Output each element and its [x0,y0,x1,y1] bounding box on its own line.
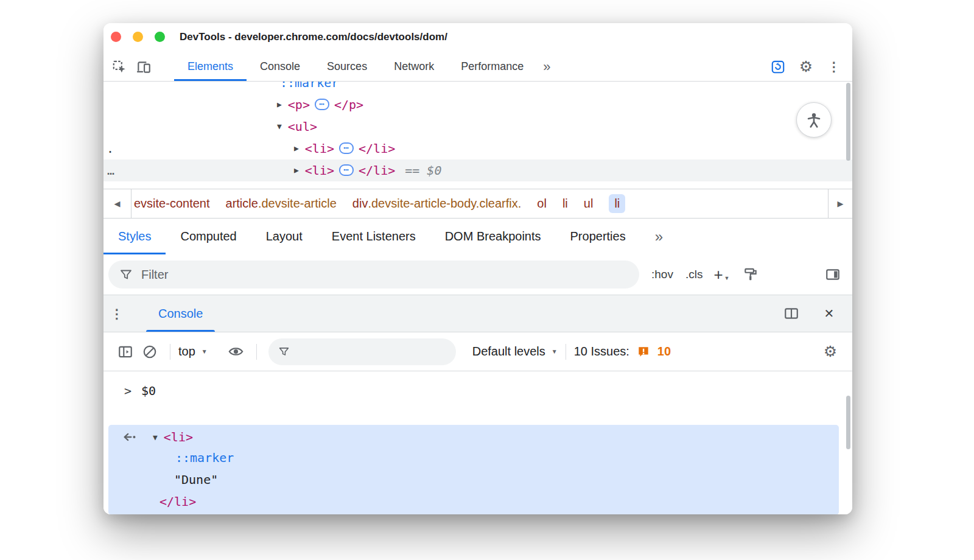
tab-layout[interactable]: Layout [251,219,317,254]
close-window-button[interactable] [111,32,121,42]
accessibility-overlay-button[interactable] [796,102,832,138]
toolbar-right-controls: ⚙ ⋮ [766,52,846,81]
filter-funnel-icon [278,345,290,358]
tree-row-ul[interactable]: ▼<ul> [277,116,317,138]
breadcrumb-item-div[interactable]: div.devsite-article-body.clearfix. [352,197,522,211]
tree-row-li-1[interactable]: ▶<li>⋯</li> [294,138,395,159]
vertical-scrollbar[interactable] [846,83,850,161]
expand-ellipsis-button[interactable]: ⋯ [339,164,354,176]
divider [256,344,257,360]
dollar-zero-annotation: == $0 [405,163,441,178]
tab-dom-breakpoints[interactable]: DOM Breakpoints [430,219,556,254]
accessibility-person-icon [803,109,825,131]
tree-row-p[interactable]: ▶<p>⋯</p> [277,94,363,116]
clipped-text-fragment: . [107,138,114,159]
zoom-window-button[interactable] [155,32,165,42]
panel-tabs: Elements Console Sources Network Perform… [174,52,556,81]
live-expression-eye-icon[interactable] [224,343,248,360]
divider [170,344,170,360]
tab-performance[interactable]: Performance [447,52,537,81]
console-settings-gear-icon[interactable]: ⚙ [818,344,843,359]
minimize-window-button[interactable] [133,32,143,42]
breadcrumb-item-ul[interactable]: ul [584,197,594,211]
settings-gear-icon[interactable]: ⚙ [794,59,818,74]
tab-event-listeners[interactable]: Event Listeners [317,219,430,254]
context-selector[interactable]: top ▼ [178,345,208,359]
result-node-text[interactable]: "Dune" [108,469,839,491]
tag-close-li: </li> [359,141,395,156]
breadcrumb-item-ol[interactable]: ol [537,197,547,211]
console-result-selected[interactable]: ▼ <li> ::marker "Dune" </li> [108,425,839,514]
expand-ellipsis-button[interactable]: ⋯ [339,142,354,154]
styles-filter-toolbar: :hov .cls + ▼ [103,254,852,295]
tab-properties[interactable]: Properties [556,219,640,254]
breadcrumb-item-li-selected[interactable]: li [609,194,625,213]
traffic-lights [111,32,165,42]
kebab-menu-icon[interactable]: ⋮ [822,60,846,73]
result-node-li-close: </li> [108,491,839,513]
vertical-scrollbar[interactable] [846,396,850,449]
drawer-controls: ✕ [779,295,852,332]
chevron-down-icon: ▼ [724,275,730,281]
clear-console-icon[interactable] [138,344,162,360]
filter-funnel-icon [119,268,133,281]
result-node-marker[interactable]: ::marker [108,447,839,469]
tree-node-marker-clipped[interactable]: ::marker [280,82,338,92]
sidebar-pane-tabs: Styles Computed Layout Event Listeners D… [103,219,852,254]
tab-sources[interactable]: Sources [314,52,380,81]
styles-filter-box[interactable] [108,261,639,289]
clipped-text-fragment: … [107,159,114,181]
chevron-down-icon: ▼ [201,348,208,355]
sync-icon[interactable] [766,59,790,75]
collapse-arrow-icon[interactable]: ▼ [153,433,158,442]
drawer-kebab-menu-icon[interactable]: ⋮ [103,295,130,332]
console-filter-input[interactable] [297,345,446,359]
new-style-rule-button[interactable]: + ▼ [713,265,729,284]
divider [566,344,566,360]
tab-styles[interactable]: Styles [103,219,166,254]
toggle-hover-state-button[interactable]: :hov [651,268,673,281]
split-panel-icon[interactable] [779,306,804,321]
more-panels-icon[interactable]: » [537,52,556,81]
more-tabs-icon[interactable]: » [649,219,669,254]
tag-open-ul: <ul> [288,119,317,134]
console-messages: > $0 ▼ <li> ::marker "Dune" </li> [103,371,852,514]
issues-counter[interactable]: 10 Issues: 10 [574,345,671,359]
inspect-element-icon[interactable] [107,52,131,81]
breadcrumb-item-devsite-content[interactable]: evsite-content [134,197,210,211]
expand-arrow-icon[interactable]: ▶ [277,100,282,109]
rendering-emulation-icon[interactable] [738,267,763,282]
tab-console[interactable]: Console [247,52,314,81]
breadcrumb-items: evsite-content article.devsite-article d… [131,189,625,218]
elements-dom-tree: ::marker ▶<p>⋯</p> ▼<ul> ▶<li>⋯</li> ▶<l… [103,82,852,189]
collapse-arrow-icon[interactable]: ▼ [277,122,282,131]
toggle-class-button[interactable]: .cls [685,268,703,281]
breadcrumb-scroll-right-icon[interactable]: ▶ [828,189,852,218]
dock-sidebar-icon[interactable] [821,267,845,282]
tag-open-li: <li> [305,141,334,156]
console-filter-box[interactable] [268,338,456,365]
console-sidebar-icon[interactable] [113,344,138,360]
result-node-li[interactable]: ▼ <li> [108,425,839,447]
console-result-arrow-icon [122,432,137,442]
breadcrumb-scroll-left-icon[interactable]: ◀ [103,189,131,218]
tab-elements[interactable]: Elements [174,52,247,81]
breadcrumb-item-article[interactable]: article.devsite-article [226,197,337,211]
window-title: DevTools - developer.chrome.com/docs/dev… [180,31,447,43]
log-level-selector[interactable]: Default levels ▼ [472,345,558,359]
prompt-chevron-icon: > [124,383,131,398]
close-drawer-icon[interactable]: ✕ [817,306,841,321]
tab-network[interactable]: Network [380,52,447,81]
device-toolbar-icon[interactable] [131,52,156,81]
console-input-echo[interactable]: > $0 [124,380,156,402]
breadcrumb-item-li[interactable]: li [562,197,568,211]
tree-row-li-selected[interactable]: ▶<li>⋯</li>== $0 [294,159,441,181]
expand-ellipsis-button[interactable]: ⋯ [315,99,329,110]
drawer-tab-console[interactable]: Console [141,295,220,332]
tag-open-p: <p> [288,97,310,112]
styles-filter-input[interactable] [141,268,628,282]
tag-open-li: <li> [305,163,334,178]
tab-computed[interactable]: Computed [166,219,251,254]
expand-arrow-icon[interactable]: ▶ [294,144,299,153]
expand-arrow-icon[interactable]: ▶ [294,166,299,175]
